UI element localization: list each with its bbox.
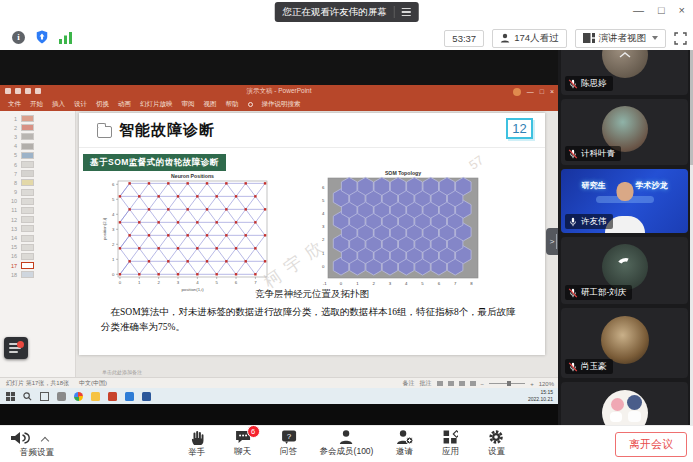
slide-thumbnail-15[interactable]: 15 bbox=[0, 243, 75, 252]
lightbulb-icon bbox=[248, 102, 253, 107]
powerpoint-icon[interactable] bbox=[108, 392, 117, 401]
participant-tile[interactable]: 计科叶青 bbox=[561, 99, 688, 165]
task-view-icon[interactable] bbox=[40, 392, 49, 401]
participant-tile[interactable]: 研工部-刘庆 bbox=[561, 237, 688, 304]
slide-thumbnail-7[interactable]: 7 bbox=[0, 169, 75, 178]
windows-taskbar: 15:15 2022.10.21 bbox=[0, 388, 558, 404]
ppt-close-button[interactable]: × bbox=[550, 87, 554, 96]
raise-hand-button[interactable]: 举手 bbox=[182, 429, 212, 459]
ppt-restore-button[interactable]: □ bbox=[540, 87, 544, 96]
svg-text:3: 3 bbox=[112, 227, 115, 232]
audio-settings-button[interactable]: 音频设置 bbox=[10, 430, 70, 450]
ppt-tab-6[interactable]: 幻灯片放映 bbox=[140, 100, 173, 109]
invite-person-icon bbox=[396, 429, 413, 445]
chat-button[interactable]: 6 聊天 bbox=[228, 429, 258, 458]
person-icon bbox=[500, 33, 510, 43]
network-signal-icon[interactable] bbox=[59, 31, 73, 44]
slide-thumbnail-5[interactable]: 5 bbox=[0, 151, 75, 160]
name-badge: 陈思婷 bbox=[565, 76, 613, 91]
zoom-out-button[interactable]: − bbox=[481, 381, 485, 387]
slide-body-text: 在SOM算法中，对未进标签的数据进行故障分类，选取的数据样本16组，特征指标8个… bbox=[101, 305, 525, 334]
security-shield-icon[interactable] bbox=[35, 30, 49, 44]
hamburger-menu-icon[interactable] bbox=[402, 8, 411, 16]
chrome-icon[interactable] bbox=[74, 392, 83, 401]
notes-placeholder[interactable]: 单击此处添加备注 bbox=[102, 369, 142, 375]
ppt-account-avatar[interactable] bbox=[513, 88, 521, 96]
svg-text:-1: -1 bbox=[323, 281, 327, 286]
participant-tile[interactable]: 尚玉豪 bbox=[561, 308, 688, 378]
avatar-body-right bbox=[628, 411, 641, 422]
ppt-tab-0[interactable]: 文件 bbox=[8, 100, 21, 109]
slide-thumbnail-17[interactable]: 17 bbox=[0, 261, 75, 270]
view-mode-selector[interactable]: 演讲者视图 bbox=[575, 29, 667, 48]
zoom-slider[interactable] bbox=[489, 383, 525, 384]
slide-thumbnail-18[interactable]: 18 bbox=[0, 270, 75, 279]
ppt-tab-2[interactable]: 插入 bbox=[52, 100, 65, 109]
slide-thumbnail-1[interactable]: 1 bbox=[0, 114, 75, 123]
slide-canvas[interactable]: 智能故障诊断 12 基于SOM监督式的齿轮故障诊断 01234567012345… bbox=[79, 113, 545, 355]
ppt-tab-9[interactable]: 帮助 bbox=[226, 100, 239, 109]
sidebar-collapse-handle[interactable]: > bbox=[546, 228, 558, 255]
taskbar-clock[interactable]: 15:15 2022.10.21 bbox=[528, 389, 553, 403]
invite-button[interactable]: 邀请 bbox=[389, 429, 419, 458]
zoom-in-button[interactable]: + bbox=[530, 381, 534, 387]
slide-thumbnail-11[interactable]: 11 bbox=[0, 206, 75, 215]
reading-view-icon[interactable] bbox=[459, 381, 465, 386]
participants-button[interactable]: 参会成员(100) bbox=[320, 429, 374, 458]
ppt-tab-1[interactable]: 开始 bbox=[30, 100, 43, 109]
svg-text:7: 7 bbox=[254, 280, 257, 285]
start-button-icon[interactable] bbox=[6, 392, 15, 401]
normal-view-icon[interactable] bbox=[437, 381, 443, 386]
participant-tile-active-speaker[interactable]: 研究生 学术沙龙 许友伟 bbox=[561, 169, 688, 233]
slide-thumbnail-16[interactable]: 16 bbox=[0, 252, 75, 261]
fullscreen-icon[interactable] bbox=[674, 32, 687, 45]
leave-meeting-button[interactable]: 离开会议 bbox=[615, 432, 687, 457]
ppt-minimize-button[interactable]: — bbox=[527, 87, 534, 96]
sorter-view-icon[interactable] bbox=[448, 381, 454, 386]
minimize-button[interactable]: — bbox=[633, 3, 644, 17]
annotation-tool-button[interactable] bbox=[4, 337, 28, 359]
ppt-tab-3[interactable]: 设计 bbox=[74, 100, 87, 109]
slide-thumbnail-13[interactable]: 13 bbox=[0, 224, 75, 233]
info-icon[interactable]: i bbox=[12, 31, 25, 44]
search-icon[interactable] bbox=[23, 392, 32, 401]
avatar bbox=[602, 390, 648, 425]
participant-tile[interactable]: 陈思婷 bbox=[561, 50, 688, 95]
svg-text:6: 6 bbox=[322, 185, 325, 190]
word-icon[interactable] bbox=[142, 392, 151, 401]
audio-expand-chevron-icon[interactable] bbox=[41, 437, 49, 445]
ppt-tab-5[interactable]: 动画 bbox=[118, 100, 131, 109]
slide-thumbnail-10[interactable]: 10 bbox=[0, 197, 75, 206]
ppt-tab-4[interactable]: 切换 bbox=[96, 100, 109, 109]
pinned-app-icon[interactable] bbox=[57, 392, 66, 401]
viewer-count[interactable]: 174人看过 bbox=[492, 29, 566, 48]
blue-app-icon[interactable] bbox=[125, 392, 134, 401]
svg-text:0: 0 bbox=[340, 281, 343, 286]
close-button[interactable]: × bbox=[679, 3, 685, 17]
ppt-tab-8[interactable]: 视图 bbox=[204, 100, 217, 109]
slide-thumbnail-12[interactable]: 12 bbox=[0, 215, 75, 224]
slide-thumbnail-2[interactable]: 2 bbox=[0, 123, 75, 132]
file-explorer-icon[interactable] bbox=[91, 392, 100, 401]
slide-thumbnail-4[interactable]: 4 bbox=[0, 142, 75, 151]
slide-thumbnail-9[interactable]: 9 bbox=[0, 188, 75, 197]
slideshow-view-icon[interactable] bbox=[470, 381, 476, 386]
comments-toggle[interactable]: 批注 bbox=[420, 379, 432, 388]
slide-thumbnail-6[interactable]: 6 bbox=[0, 160, 75, 169]
settings-button[interactable]: 设置 bbox=[481, 429, 511, 458]
meeting-timer: 53:37 bbox=[444, 30, 484, 47]
participant-tile[interactable] bbox=[561, 382, 688, 425]
slide-thumbnail-14[interactable]: 14 bbox=[0, 233, 75, 242]
tell-me-search[interactable]: 操作说明搜索 bbox=[262, 100, 301, 109]
svg-text:1: 1 bbox=[322, 251, 325, 256]
ppt-tab-7[interactable]: 审阅 bbox=[182, 100, 195, 109]
maximize-button[interactable]: □ bbox=[658, 3, 665, 17]
zoom-level[interactable]: 120% bbox=[539, 381, 554, 387]
notes-toggle[interactable]: 备注 bbox=[403, 379, 415, 388]
slide-thumbnail-8[interactable]: 8 bbox=[0, 178, 75, 187]
qa-button[interactable]: ? 问答 bbox=[274, 429, 304, 458]
chevron-up-icon[interactable] bbox=[619, 52, 631, 58]
apps-button[interactable]: 应用 bbox=[435, 429, 465, 458]
ppt-quick-access[interactable] bbox=[5, 88, 41, 94]
slide-thumbnail-3[interactable]: 3 bbox=[0, 132, 75, 141]
